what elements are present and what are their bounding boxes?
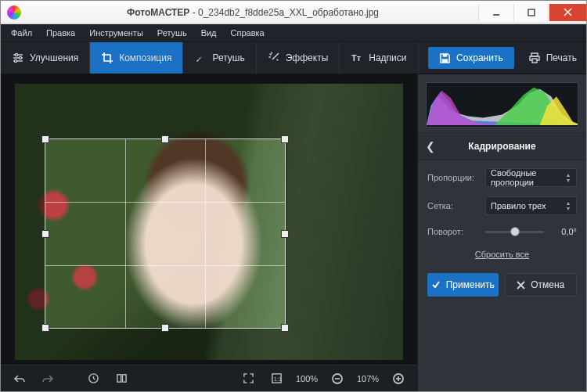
svg-text:1:1: 1:1 — [273, 376, 281, 383]
menu-help[interactable]: Справка — [225, 27, 270, 39]
stepper-icon: ▲▼ — [564, 199, 573, 213]
rotate-label: Поворот: — [427, 227, 479, 236]
undo-button[interactable] — [9, 369, 31, 388]
menu-retouch[interactable]: Ретушь — [152, 27, 193, 39]
fit-screen-button[interactable] — [237, 369, 259, 388]
panel-header: ❮ Кадрирование — [418, 132, 586, 160]
tab-label: Надписи — [369, 52, 406, 63]
menu-file[interactable]: Файл — [5, 27, 38, 39]
text-icon: Tт — [351, 52, 363, 64]
reset-link[interactable]: Сбросить все — [427, 250, 577, 259]
crop-icon — [101, 52, 113, 64]
check-icon — [431, 280, 441, 290]
crop-handle[interactable] — [161, 324, 169, 332]
tab-text[interactable]: Tт Надписи — [340, 42, 418, 74]
maximize-button[interactable] — [513, 4, 549, 21]
crop-handle[interactable] — [281, 324, 289, 332]
tab-composition[interactable]: Композиция — [90, 42, 183, 74]
x-icon — [517, 281, 525, 290]
print-label: Печать — [546, 52, 577, 63]
app-window: ФотоМАСТЕР - 0_234db2_f8dde25a_XXL_обраб… — [0, 0, 587, 392]
svg-rect-16 — [532, 59, 537, 63]
crop-handle[interactable] — [281, 135, 289, 143]
panel-title: Кадрирование — [418, 141, 586, 152]
menu-edit[interactable]: Правка — [41, 27, 81, 39]
side-panel: ❮ Кадрирование Пропорции: Свободные проп… — [417, 74, 586, 391]
sliders-icon — [12, 52, 24, 64]
aspect-select[interactable]: Свободные пропорции ▲▼ — [485, 168, 577, 187]
save-icon — [439, 52, 451, 64]
history-button[interactable] — [82, 369, 104, 388]
grid-line — [205, 139, 206, 328]
tab-label: Композиция — [119, 52, 171, 63]
menu-view[interactable]: Вид — [196, 27, 222, 39]
aspect-label: Пропорции: — [427, 173, 479, 182]
histogram — [426, 82, 578, 128]
apply-button[interactable]: Применить — [427, 273, 499, 297]
zoom-in-button[interactable] — [387, 369, 409, 388]
svg-line-10 — [272, 53, 279, 59]
crop-rect[interactable] — [45, 138, 286, 329]
svg-rect-1 — [528, 9, 535, 16]
menubar: Файл Правка Инструменты Ретушь Вид Справ… — [1, 24, 586, 41]
titlebar: ФотоМАСТЕР - 0_234db2_f8dde25a_XXL_обраб… — [1, 1, 586, 24]
zoom-value: 107% — [355, 374, 381, 383]
svg-point-8 — [19, 56, 21, 59]
tab-label: Улучшения — [30, 52, 78, 63]
save-label: Сохранить — [456, 52, 503, 63]
minimize-button[interactable] — [478, 4, 513, 21]
grid-line — [45, 265, 285, 266]
brush-icon — [194, 52, 207, 64]
grid-select[interactable]: Правило трех ▲▼ — [485, 196, 577, 215]
print-button[interactable]: Печать — [519, 42, 586, 74]
rotate-slider[interactable] — [485, 225, 544, 239]
compare-button[interactable] — [110, 369, 132, 388]
actual-size-button[interactable]: 1:1 — [265, 369, 287, 388]
tab-enhance[interactable]: Улучшения — [1, 42, 90, 74]
wand-icon — [268, 52, 280, 64]
svg-text:Tт: Tт — [351, 53, 362, 63]
print-icon — [528, 52, 541, 64]
canvas-area: 1:1 100% 107% — [1, 74, 417, 391]
menu-tools[interactable]: Инструменты — [84, 27, 149, 39]
crop-handle[interactable] — [161, 135, 169, 143]
redo-button[interactable] — [37, 369, 59, 388]
zoom-out-button[interactable] — [326, 369, 348, 388]
grid-line — [125, 139, 126, 328]
crop-handle[interactable] — [41, 324, 49, 332]
stepper-icon: ▲▼ — [564, 171, 573, 185]
zoom-100[interactable]: 100% — [294, 374, 320, 383]
svg-point-9 — [14, 59, 16, 62]
crop-handle[interactable] — [41, 135, 49, 143]
save-button[interactable]: Сохранить — [428, 47, 514, 69]
cancel-button[interactable]: Отмена — [505, 273, 578, 297]
grid-label: Сетка: — [427, 201, 479, 210]
svg-point-7 — [15, 53, 17, 56]
tab-retouch[interactable]: Ретушь — [183, 42, 256, 74]
toolbar: Улучшения Композиция Ретушь Эффекты Tт Н… — [1, 41, 586, 74]
svg-rect-19 — [122, 375, 126, 382]
svg-rect-18 — [117, 375, 121, 382]
statusbar: 1:1 100% 107% — [1, 365, 417, 391]
tab-effects[interactable]: Эффекты — [257, 42, 340, 74]
app-logo-icon — [7, 5, 21, 20]
svg-rect-13 — [442, 59, 448, 63]
rotate-value: 0,0° — [550, 227, 577, 236]
window-title: ФотоМАСТЕР - 0_234db2_f8dde25a_XXL_обраб… — [27, 7, 478, 18]
svg-rect-12 — [443, 53, 448, 56]
tab-label: Ретушь — [212, 52, 244, 63]
photo-canvas[interactable] — [15, 84, 403, 360]
close-button[interactable] — [549, 4, 586, 21]
crop-handle[interactable] — [281, 230, 289, 238]
grid-line — [45, 202, 285, 203]
crop-handle[interactable] — [41, 230, 49, 238]
tab-label: Эффекты — [286, 52, 329, 63]
